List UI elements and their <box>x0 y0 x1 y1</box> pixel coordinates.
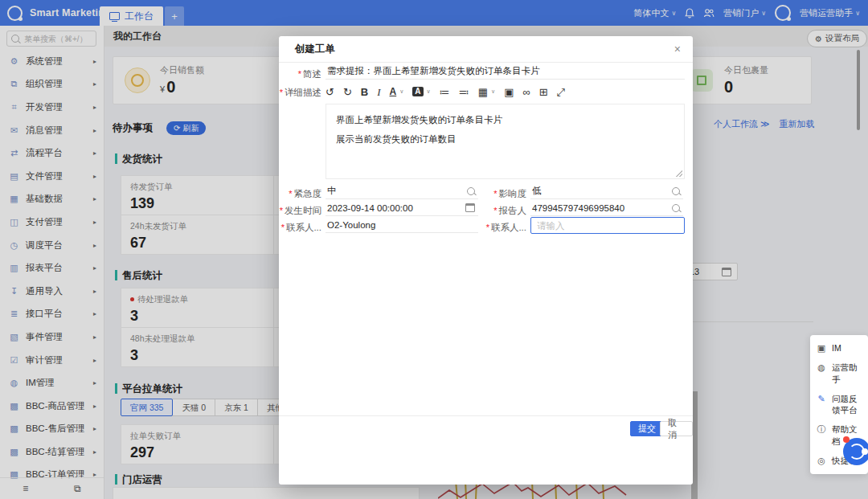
italic-icon[interactable]: I <box>377 87 380 97</box>
calendar-icon <box>465 203 475 212</box>
summary-label: 简述 <box>279 68 321 80</box>
help-doc-icon: ⓘ <box>817 423 826 447</box>
occurred-time-input[interactable]: 2023-09-14 00:00:00 <box>326 200 478 216</box>
link-icon[interactable]: ∞ <box>522 87 530 97</box>
float-menu-item-im-chat[interactable]: ▣ IM <box>817 342 862 354</box>
fullscreen-icon[interactable]: ⤢ <box>557 87 565 97</box>
create-ticket-modal: 创建工单 × 简述 需求提报：界面上希望新增发货失败的订单条目卡片 详细描述 ↺… <box>279 36 693 485</box>
chevron-down-icon: ∨ <box>427 88 431 95</box>
shortcut-keys-icon: ◎ <box>817 455 826 467</box>
font-color-icon[interactable]: A <box>390 87 397 96</box>
contact2-label: 联系人... <box>484 222 526 234</box>
impact-input[interactable]: 低 <box>530 183 683 199</box>
close-icon[interactable]: × <box>674 43 693 55</box>
im-chat-icon: ▣ <box>817 342 826 354</box>
contact1-label: 联系人... <box>279 222 321 234</box>
table-icon[interactable]: ▦ <box>478 87 488 97</box>
search-icon <box>672 204 680 212</box>
feedback-pencil-icon: ✎ <box>817 393 826 416</box>
submit-button[interactable]: 提交 <box>630 421 664 436</box>
image-icon[interactable]: ▣ <box>504 87 514 97</box>
chevron-down-icon: ∨ <box>491 88 495 95</box>
resize-handle-icon[interactable] <box>676 170 682 177</box>
detail-label: 详细描述 <box>279 87 321 99</box>
summary-input[interactable]: 需求提报：界面上希望新增发货失败的订单条目卡片 <box>326 63 685 80</box>
search-icon <box>672 187 680 195</box>
ordered-list-icon[interactable]: ≕ <box>459 87 469 97</box>
float-menu-item-assistant-bubble[interactable]: ◍ 运营助手 <box>817 362 862 385</box>
rich-text-editor[interactable]: 界面上希望新增发货失败的订单条目卡片 展示当前发货失败的订单数目 <box>326 104 685 179</box>
bullet-list-icon[interactable]: ≔ <box>440 87 450 97</box>
float-menu-item-feedback-pencil[interactable]: ✎ 问题反馈平台 <box>817 393 862 416</box>
insert-file-icon[interactable]: ⊞ <box>539 87 548 97</box>
urgency-label: 紧急度 <box>279 188 321 200</box>
bold-icon[interactable]: B <box>361 87 368 97</box>
modal-title: 创建工单 <box>279 43 335 56</box>
editor-toolbar: ↺ ↻ B I A∨ A∨ ≔ ≕ ▦∨ ▣ ∞ ⊞ ⤢ <box>326 82 685 101</box>
reporter-label: 报告人 <box>484 205 526 217</box>
notification-dot <box>843 436 850 443</box>
highlight-icon[interactable]: A <box>412 87 423 96</box>
redo-icon[interactable]: ↻ <box>343 87 352 97</box>
cancel-button[interactable]: 取消 <box>660 421 693 436</box>
urgency-input[interactable]: 中 <box>326 183 478 199</box>
search-icon <box>467 187 475 195</box>
app-screen: Smart Marketing 工作台 + 简体中文 ∨ 营销门户 ∨ <box>0 0 868 499</box>
contact2-input[interactable] <box>530 217 685 234</box>
editor-paragraph: 展示当前发货失败的订单数目 <box>336 129 674 149</box>
modal-header: 创建工单 × <box>279 36 693 63</box>
undo-icon[interactable]: ↺ <box>326 87 334 97</box>
chevron-down-icon: ∨ <box>399 88 403 95</box>
assistant-bubble-icon: ◍ <box>817 362 826 385</box>
occurred-label: 发生时间 <box>279 205 321 217</box>
reporter-input[interactable]: 479945797496995840 <box>530 200 683 216</box>
modal-footer-divider <box>279 415 693 416</box>
contact1-input[interactable]: O2-Youlong <box>326 217 478 233</box>
impact-label: 影响度 <box>484 188 526 200</box>
editor-paragraph: 界面上希望新增发货失败的订单条目卡片 <box>336 110 674 129</box>
